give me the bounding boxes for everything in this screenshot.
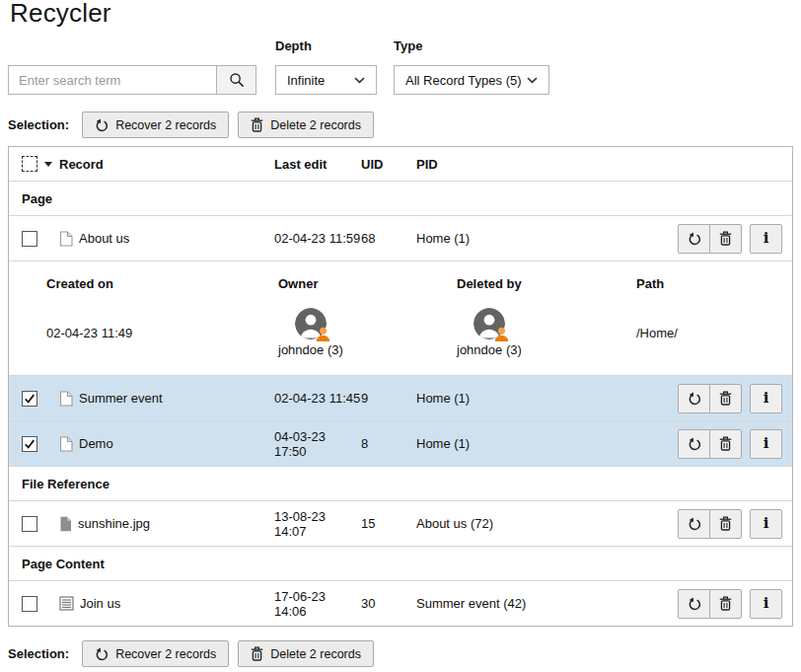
record-pid: Home (1)	[416, 231, 678, 246]
trash-icon	[719, 596, 732, 611]
record-title: About us	[79, 231, 129, 246]
recover-row-button[interactable]	[678, 589, 710, 619]
record-detail-panel: Created on Owner Deleted by Path 02-04-2…	[9, 261, 792, 375]
group-header-page-content: Page Content	[9, 546, 792, 580]
delete-row-button[interactable]	[709, 589, 742, 619]
trash-icon	[251, 646, 263, 661]
row-checkbox[interactable]	[22, 516, 37, 532]
table-row: sunshine.jpg 13-08-23 14:07 15 About us …	[9, 500, 792, 546]
record-uid: 8	[361, 436, 416, 451]
selection-label: Selection:	[8, 117, 69, 132]
chevron-down-icon	[354, 77, 365, 84]
search-input[interactable]	[8, 65, 217, 95]
selection-toolbar-top: Selection: Recover 2 records Delete 2 re…	[8, 112, 383, 138]
delete-selected-button[interactable]: Delete 2 records	[238, 112, 374, 138]
record-last-edit: 02-04-23 11:45	[274, 391, 361, 406]
record-title: Join us	[80, 596, 120, 611]
delete-row-button[interactable]	[709, 429, 742, 459]
caret-down-icon[interactable]	[44, 162, 52, 167]
info-row-button[interactable]: i	[750, 384, 782, 413]
detail-owner-value: johndoe (3)	[278, 308, 343, 357]
selection-label: Selection:	[8, 646, 69, 661]
type-select[interactable]: All Record Types (5)	[394, 65, 549, 95]
search-icon	[229, 72, 245, 88]
undo-icon	[95, 647, 109, 661]
delete-selected-label: Delete 2 records	[270, 118, 361, 132]
recover-row-button[interactable]	[678, 224, 710, 254]
column-header-uid: UID	[361, 157, 416, 172]
detail-created-on-value: 02-04-23 11:49	[46, 326, 278, 340]
table-row: Demo 04-03-23 17:50 8 Home (1) i	[9, 420, 792, 466]
depth-label: Depth	[275, 38, 312, 53]
detail-path-value: /Home/	[636, 326, 780, 340]
row-checkbox[interactable]	[22, 596, 37, 612]
info-icon: i	[764, 231, 769, 246]
select-all-checkbox[interactable]	[22, 156, 37, 172]
trash-icon	[251, 117, 263, 132]
trash-icon	[719, 436, 732, 451]
trash-icon	[719, 516, 732, 531]
undo-icon	[688, 232, 701, 246]
group-header-page: Page	[9, 181, 792, 215]
info-icon: i	[764, 391, 769, 406]
search-button[interactable]	[216, 65, 256, 95]
delete-selected-button[interactable]: Delete 2 records	[238, 640, 374, 667]
info-row-button[interactable]: i	[750, 224, 782, 254]
page-icon	[59, 436, 73, 452]
recover-selected-button[interactable]: Recover 2 records	[82, 112, 229, 138]
recover-selected-label: Recover 2 records	[115, 647, 216, 661]
page-title: Recycler	[10, 0, 111, 29]
record-uid: 15	[361, 516, 416, 531]
recover-row-button[interactable]	[678, 509, 710, 539]
selection-toolbar-bottom: Selection: Recover 2 records Delete 2 re…	[8, 640, 383, 667]
record-uid: 9	[361, 391, 416, 406]
search-group	[8, 65, 256, 95]
trash-icon	[719, 231, 732, 246]
detail-deleted-by-label: Deleted by	[457, 276, 636, 291]
table-header-row: Record Last edit UID PID	[9, 147, 792, 181]
type-label: Type	[394, 38, 422, 53]
delete-row-button[interactable]	[709, 509, 742, 539]
recover-row-button[interactable]	[678, 384, 710, 413]
row-checkbox[interactable]	[22, 436, 37, 452]
undo-icon	[688, 392, 701, 406]
delete-row-button[interactable]	[709, 384, 742, 413]
info-row-button[interactable]: i	[750, 589, 782, 619]
depth-select-value: Infinite	[287, 73, 325, 88]
user-overlay-icon	[316, 327, 330, 341]
info-icon: i	[764, 596, 769, 611]
record-last-edit: 04-03-23 17:50	[274, 429, 361, 459]
info-icon: i	[764, 436, 769, 451]
column-header-last-edit: Last edit	[274, 157, 361, 172]
chevron-down-icon	[527, 77, 538, 84]
record-pid: Summer event (42)	[416, 596, 678, 611]
column-header-pid: PID	[416, 157, 782, 172]
info-row-button[interactable]: i	[750, 429, 782, 459]
page-icon	[59, 391, 73, 407]
record-pid: Home (1)	[416, 391, 678, 406]
undo-icon	[95, 118, 109, 132]
info-row-button[interactable]: i	[750, 509, 782, 539]
detail-path-label: Path	[636, 276, 780, 291]
record-title: Demo	[79, 436, 113, 451]
trash-icon	[719, 391, 732, 406]
recover-selected-button[interactable]: Recover 2 records	[82, 640, 229, 667]
row-checkbox[interactable]	[22, 391, 37, 407]
row-checkbox[interactable]	[22, 231, 37, 247]
table-row: Summer event 02-04-23 11:45 9 Home (1) i	[9, 375, 792, 420]
column-header-record: Record	[59, 157, 274, 172]
delete-row-button[interactable]	[709, 224, 742, 254]
file-icon	[59, 516, 72, 532]
depth-select[interactable]: Infinite	[275, 65, 377, 95]
group-header-file-reference: File Reference	[9, 466, 792, 500]
recover-selected-label: Recover 2 records	[115, 118, 216, 132]
info-icon: i	[764, 516, 769, 531]
delete-selected-label: Delete 2 records	[270, 647, 361, 661]
content-icon	[59, 596, 74, 611]
type-select-value: All Record Types (5)	[405, 73, 522, 88]
recover-row-button[interactable]	[678, 429, 710, 459]
avatar	[295, 308, 327, 339]
record-uid: 68	[361, 231, 416, 246]
avatar	[473, 308, 505, 339]
page-icon	[59, 231, 73, 247]
